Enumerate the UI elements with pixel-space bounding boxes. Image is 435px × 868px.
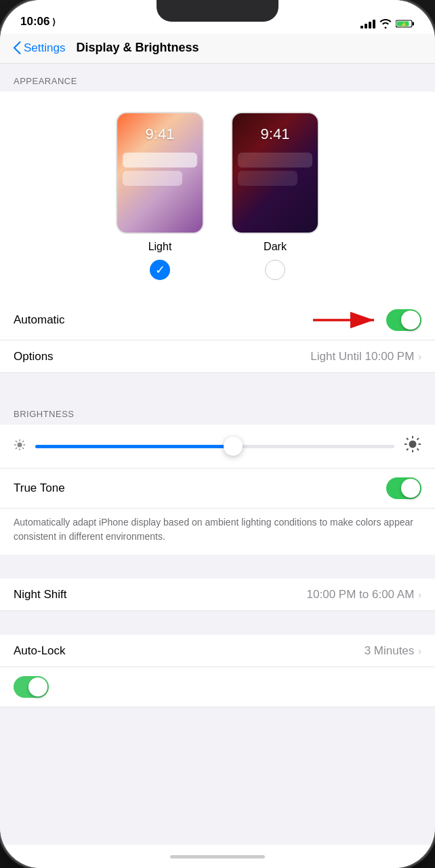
appearance-options: 9:41 Light ✓ 9:41: [14, 105, 421, 287]
location-icon: ⟩: [52, 17, 56, 27]
signal-bar-3: [369, 22, 371, 28]
light-label: Light: [148, 241, 172, 253]
brightness-icon-small: [14, 439, 26, 454]
sun-small-icon: [14, 439, 26, 451]
screen: 10:06 ⟩: [0, 0, 435, 868]
svg-line-10: [16, 441, 17, 442]
appearance-dark-option[interactable]: 9:41 Dark: [231, 112, 319, 280]
light-preview: 9:41: [116, 112, 204, 234]
svg-point-14: [409, 441, 417, 448]
signal-bar-1: [360, 26, 363, 28]
true-tone-thumb: [401, 479, 420, 498]
svg-line-12: [22, 441, 24, 442]
light-widget-2: [123, 171, 182, 186]
light-preview-time: 9:41: [117, 113, 203, 143]
dark-widget-1: [238, 153, 312, 167]
dark-label: Dark: [264, 241, 287, 253]
brightness-slider-thumb[interactable]: [224, 437, 243, 456]
separator-2: [0, 555, 435, 578]
svg-text:⚡: ⚡: [400, 21, 407, 28]
auto-lock-chevron: ›: [418, 646, 421, 656]
brightness-section-header: BRIGHTNESS: [0, 397, 435, 425]
sun-large-icon: [404, 435, 421, 453]
brightness-slider-track[interactable]: [35, 445, 394, 448]
night-shift-chevron: ›: [418, 589, 421, 600]
night-shift-label: Night Shift: [14, 588, 66, 601]
true-tone-row: True Tone: [0, 469, 435, 509]
light-radio[interactable]: ✓: [150, 260, 170, 280]
options-chevron: ›: [418, 351, 421, 362]
automatic-row: Automatic: [0, 300, 435, 340]
options-label: Options: [14, 350, 54, 363]
light-widgets: [123, 153, 197, 186]
page-title: Display & Brightness: [76, 41, 199, 55]
svg-line-11: [22, 448, 24, 449]
signal-bar-4: [373, 20, 375, 28]
auto-lock-row[interactable]: Auto-Lock 3 Minutes ›: [0, 635, 435, 667]
red-arrow-annotation: [306, 307, 388, 334]
dark-widgets: [238, 153, 312, 186]
svg-line-22: [407, 449, 409, 451]
auto-lock-label: Auto-Lock: [14, 644, 66, 658]
true-tone-label: True Tone: [14, 481, 65, 495]
nav-bar: Settings Display & Brightness: [0, 34, 435, 64]
svg-line-21: [417, 438, 419, 440]
dark-preview: 9:41: [231, 112, 319, 234]
appearance-card: 9:41 Light ✓ 9:41: [0, 92, 435, 300]
dark-radio[interactable]: [265, 260, 285, 280]
dark-preview-time: 9:41: [232, 113, 318, 143]
options-row[interactable]: Options Light Until 10:00 PM ›: [0, 340, 435, 373]
svg-line-20: [417, 449, 419, 451]
phone-frame: 10:06 ⟩: [0, 0, 435, 868]
partial-toggle[interactable]: [14, 676, 49, 698]
separator-3: [0, 611, 435, 635]
svg-line-19: [407, 438, 409, 440]
battery-icon: ⚡: [396, 19, 415, 28]
night-shift-value: 10:00 PM to 6:00 AM ›: [307, 588, 421, 601]
brightness-icon-large: [404, 435, 421, 457]
svg-line-13: [16, 448, 17, 449]
bottom-bar: [0, 845, 435, 868]
brightness-slider-fill: [35, 445, 233, 448]
wifi-icon: [379, 19, 392, 28]
back-button[interactable]: Settings: [14, 41, 65, 55]
true-tone-toggle[interactable]: [386, 477, 421, 499]
chevron-left-icon: [14, 41, 21, 54]
night-shift-row[interactable]: Night Shift 10:00 PM to 6:00 AM ›: [0, 578, 435, 611]
notch: [157, 0, 278, 22]
dark-widget-2: [238, 171, 297, 186]
signal-bars: [360, 19, 375, 28]
svg-rect-1: [413, 22, 415, 26]
options-value: Light Until 10:00 PM ›: [310, 350, 421, 363]
auto-lock-value: 3 Minutes ›: [365, 644, 421, 658]
appearance-section-header: APPEARANCE: [0, 64, 435, 92]
light-widget-1: [123, 153, 197, 167]
true-tone-description: Automatically adapt iPhone display based…: [0, 509, 435, 555]
signal-bar-2: [365, 24, 367, 28]
home-indicator: [170, 855, 265, 859]
status-icons: ⚡: [360, 19, 415, 28]
status-time: 10:06 ⟩: [20, 15, 56, 28]
brightness-slider-row[interactable]: [0, 425, 435, 469]
svg-point-5: [18, 442, 22, 447]
automatic-label: Automatic: [14, 313, 65, 327]
separator-1: [0, 373, 435, 397]
automatic-toggle[interactable]: [386, 309, 421, 331]
appearance-light-option[interactable]: 9:41 Light ✓: [116, 112, 204, 280]
content: APPEARANCE 9:41 Light ✓: [0, 64, 435, 845]
toggle-thumb: [401, 311, 420, 330]
partial-row: [0, 667, 435, 707]
